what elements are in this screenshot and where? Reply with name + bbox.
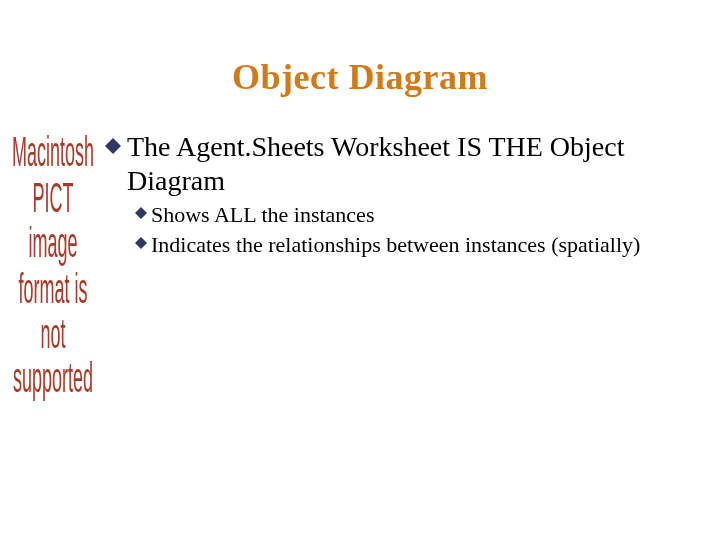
svg-marker-1 xyxy=(135,207,147,219)
slide: Object Diagram Macintosh PICT image form… xyxy=(0,0,720,540)
diamond-bullet-icon xyxy=(135,207,147,219)
bullet-level2: Indicates the relationships between inst… xyxy=(135,231,685,259)
slide-body: The Agent.Sheets Worksheet IS THE Object… xyxy=(105,130,685,266)
bullet-level2-text: Indicates the relationships between inst… xyxy=(151,231,685,259)
bullet-level1: The Agent.Sheets Worksheet IS THE Object… xyxy=(105,130,685,258)
missing-image-placeholder: Macintosh PICT image format is not suppo… xyxy=(8,130,98,402)
bullet-level2-text: Shows ALL the instances xyxy=(151,201,685,229)
svg-marker-0 xyxy=(105,138,121,154)
diamond-bullet-icon xyxy=(105,138,121,154)
bullet-level1-text: The Agent.Sheets Worksheet IS THE Object… xyxy=(127,130,685,197)
bullet-level2: Shows ALL the instances xyxy=(135,201,685,229)
diamond-bullet-icon xyxy=(135,237,147,249)
slide-title: Object Diagram xyxy=(0,56,720,98)
svg-marker-2 xyxy=(135,237,147,249)
bullet-level2-group: Shows ALL the instances Indicates the re… xyxy=(135,201,685,258)
